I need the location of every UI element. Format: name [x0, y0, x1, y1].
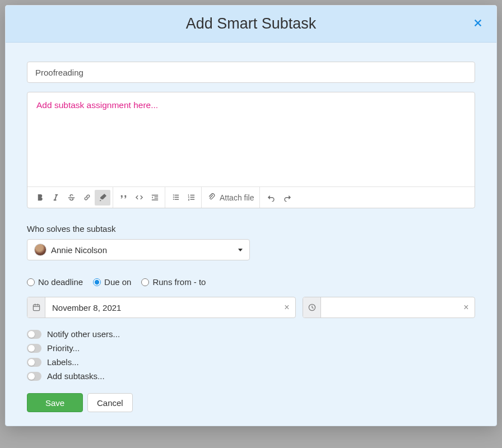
radio-no-deadline-input[interactable]	[27, 278, 35, 286]
due-time-input[interactable]	[321, 297, 458, 318]
svg-rect-0	[33, 305, 39, 310]
radio-due-on-input[interactable]	[93, 278, 101, 286]
attach-file-button[interactable]: Attach file	[202, 187, 260, 208]
deadline-radio-group: No deadline Due on Runs from - to	[27, 277, 475, 287]
toggle-labels-label: Labels...	[47, 357, 79, 367]
toggle-priority-row: Priority...	[27, 343, 475, 353]
toggle-subtasks[interactable]	[27, 372, 41, 381]
action-buttons: Save Cancel	[27, 393, 475, 412]
toggle-notify-label: Notify other users...	[47, 329, 120, 339]
calendar-icon[interactable]	[27, 297, 45, 318]
chevron-down-icon	[238, 249, 243, 251]
due-time-field: ×	[303, 297, 475, 318]
modal-header: Add Smart Subtask	[6, 6, 496, 43]
quote-icon[interactable]	[115, 190, 131, 206]
bold-icon[interactable]	[32, 190, 48, 206]
avatar	[34, 244, 47, 256]
radio-no-deadline-label: No deadline	[38, 277, 83, 287]
date-time-row: × ×	[27, 297, 475, 318]
cancel-button[interactable]: Cancel	[87, 393, 133, 412]
toggle-notify[interactable]	[27, 330, 41, 339]
toggle-labels-row: Labels...	[27, 357, 475, 367]
due-date-field: ×	[27, 297, 296, 318]
outdent-icon[interactable]	[147, 190, 162, 206]
description-placeholder: Add subtask assignment here...	[36, 100, 158, 110]
redo-icon[interactable]	[279, 190, 295, 206]
description-editor: Add subtask assignment here...	[27, 92, 475, 208]
radio-due-on-label: Due on	[104, 277, 131, 287]
toggle-subtasks-row: Add subtasks...	[27, 371, 475, 381]
radio-due-on[interactable]: Due on	[93, 277, 131, 287]
editor-toolbar: Attach file	[27, 186, 475, 208]
italic-icon[interactable]	[48, 190, 63, 206]
numbered-list-icon[interactable]	[183, 190, 199, 206]
assignee-select[interactable]: Annie Nicolson	[27, 239, 250, 260]
clear-time-icon[interactable]: ×	[458, 297, 475, 318]
close-icon[interactable]	[472, 17, 484, 29]
radio-runs-from-to-label: Runs from - to	[152, 277, 206, 287]
assignee-name: Annie Nicolson	[51, 245, 238, 255]
bullet-list-icon[interactable]	[168, 190, 183, 206]
undo-icon[interactable]	[263, 190, 279, 206]
toggle-priority-label: Priority...	[47, 343, 80, 353]
toggle-subtasks-label: Add subtasks...	[47, 371, 105, 381]
modal-body: Add subtask assignment here...	[6, 43, 496, 426]
modal-title: Add Smart Subtask	[186, 15, 317, 32]
toggle-list: Notify other users... Priority... Labels…	[27, 329, 475, 381]
clock-icon[interactable]	[303, 297, 321, 318]
code-icon[interactable]	[131, 190, 147, 206]
strikethrough-icon[interactable]	[63, 190, 79, 206]
clear-date-icon[interactable]: ×	[278, 297, 295, 318]
toggle-priority[interactable]	[27, 344, 41, 353]
attach-file-label: Attach file	[220, 193, 254, 202]
link-icon[interactable]	[79, 190, 95, 206]
add-subtask-modal: Add Smart Subtask Add subtask assignment…	[5, 5, 497, 426]
save-button[interactable]: Save	[27, 393, 83, 412]
radio-no-deadline[interactable]: No deadline	[27, 277, 83, 287]
toggle-labels[interactable]	[27, 358, 41, 367]
assignee-label: Who solves the subtask	[27, 224, 475, 234]
highlight-icon[interactable]	[95, 190, 110, 206]
radio-runs-from-to[interactable]: Runs from - to	[141, 277, 206, 287]
subtask-title-input[interactable]	[27, 62, 475, 83]
toggle-notify-row: Notify other users...	[27, 329, 475, 339]
radio-runs-from-to-input[interactable]	[141, 278, 149, 286]
description-textarea[interactable]: Add subtask assignment here...	[27, 92, 475, 186]
due-date-input[interactable]	[45, 297, 278, 318]
